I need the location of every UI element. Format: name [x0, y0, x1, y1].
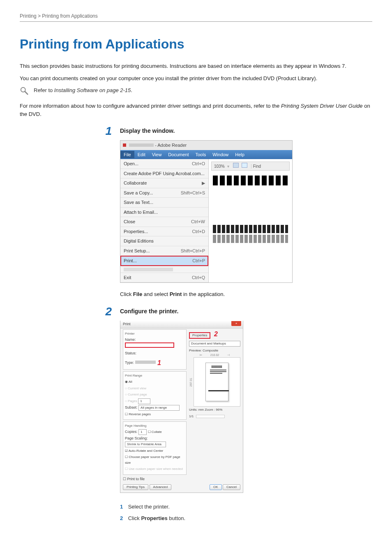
- menu-create-pdf[interactable]: Create Adobe PDF Using Acrobat.com...: [120, 169, 208, 179]
- close-icon[interactable]: ×: [231, 321, 241, 326]
- substep-2-num: 2: [120, 514, 127, 523]
- substep-1: 1 Select the printer.: [120, 503, 372, 511]
- step-2-substeps: 1 Select the printer. 2 Click Properties…: [120, 503, 372, 522]
- page-slider[interactable]: [196, 415, 225, 418]
- intro-paragraph-2: You can print documents created on your …: [20, 74, 372, 83]
- collate-checkbox[interactable]: ☐ Collate: [148, 430, 162, 434]
- range-current-view[interactable]: ○ Current view: [125, 386, 146, 390]
- acrobat-toolbar[interactable]: 103% ▾ Find: [211, 162, 290, 171]
- menu-print-setup[interactable]: Print Setup...Shift+Ctrl+P: [120, 246, 208, 256]
- menu-greyed-row: [120, 266, 208, 273]
- reverse-pages-checkbox[interactable]: ☐ Reverse pages: [125, 412, 151, 416]
- preview-page: [205, 363, 229, 401]
- zoom-value[interactable]: 103%: [214, 164, 225, 169]
- pages-input[interactable]: 1: [138, 398, 150, 404]
- range-group-label: Print Range: [125, 373, 184, 378]
- menu-save-copy[interactable]: Save a Copy...Shift+Ctrl+S: [120, 188, 208, 198]
- dialog-title: Print: [120, 321, 243, 328]
- menu-collaborate[interactable]: Collaborate▶: [120, 178, 208, 188]
- substep-2: 2 Click Properties button.: [120, 514, 372, 523]
- handling-group-label: Page Handling: [125, 423, 184, 428]
- callout-1: 1: [157, 359, 161, 366]
- page-handling-group: Page Handling Copies: 1 ☐ Collate Page S…: [123, 421, 187, 475]
- printer-name-select[interactable]: [125, 342, 174, 348]
- reference-block: Refer to Installing Software on page 2-1…: [20, 86, 372, 95]
- p3-b: Printing System Driver User Guide: [281, 103, 363, 109]
- preview-box: [194, 357, 241, 407]
- type-label: Type:: [125, 361, 134, 365]
- preview-height: 297.01: [189, 378, 194, 386]
- find-label[interactable]: Find: [253, 164, 261, 169]
- print-range-group: Print Range ◉ All ○ Current view ○ Curre…: [123, 371, 187, 420]
- choose-source-checkbox[interactable]: ☐ Choose paper source by PDF page size: [125, 455, 180, 465]
- callout-2: 2: [214, 331, 218, 338]
- menu-attach-email[interactable]: Attach to Email...: [120, 208, 208, 217]
- preview-label: Preview: Composite: [189, 348, 240, 353]
- magnifier-icon: [20, 86, 29, 95]
- window-title: - Adobe Reader: [120, 141, 292, 150]
- redacted-content-bar: [213, 176, 288, 185]
- menu-close[interactable]: CloseCtrl+W: [120, 217, 208, 227]
- menubar-help[interactable]: Help: [232, 151, 248, 159]
- printer-group-label: Printer: [125, 331, 184, 336]
- ref-suffix: .: [131, 87, 132, 93]
- redacted-row-2: [213, 235, 288, 243]
- step-1: 1 Display the window. - Adobe Reader Fil…: [102, 125, 372, 298]
- screenshot-print-dialog: Print × Printer Name: Status: Type:: [120, 321, 243, 493]
- auto-rotate-checkbox[interactable]: ☑ Auto-Rotate and Center: [125, 449, 163, 453]
- divider: [20, 21, 372, 22]
- reference-text: Refer to Installing Software on page 2-1…: [34, 86, 132, 95]
- subset-select[interactable]: All pages in range: [138, 405, 180, 411]
- menu-save-text[interactable]: Save as Text...: [120, 198, 208, 208]
- copies-label: Copies:: [125, 430, 138, 434]
- title-suffix: - Adobe Reader: [155, 143, 187, 148]
- menu-open[interactable]: Open...Ctrl+O: [120, 159, 208, 169]
- comments-select[interactable]: Document and Markups: [189, 341, 240, 347]
- printer-group: Printer Name: Status: Type: 1: [123, 329, 187, 370]
- range-current-page[interactable]: ○ Current page: [125, 393, 147, 396]
- substep-1-num: 1: [120, 503, 127, 511]
- menu-digital-editions[interactable]: Digital Editions: [120, 236, 208, 246]
- range-all[interactable]: ◉ All: [125, 380, 132, 384]
- printing-tips-button[interactable]: Printing Tips: [123, 484, 148, 490]
- menubar-file[interactable]: File: [120, 151, 134, 159]
- menu-print[interactable]: Print...Ctrl+P: [120, 256, 208, 266]
- step-1-number: 1: [102, 125, 112, 137]
- menubar[interactable]: File Edit View Document Tools Window Hel…: [120, 150, 292, 160]
- custom-paper-checkbox: ☐ Use custom paper size when needed: [125, 467, 183, 471]
- ref-prefix: Refer to: [34, 87, 54, 93]
- page-title: Printing from Applications: [20, 34, 372, 54]
- menu-properties[interactable]: Properties...Ctrl+D: [120, 227, 208, 237]
- screenshot-file-menu: - Adobe Reader File Edit View Document T…: [120, 140, 293, 283]
- ref-link: Installing Software on page 2-15: [54, 87, 131, 93]
- substep-1-text: Select the printer.: [128, 504, 170, 510]
- print-to-file-checkbox[interactable]: ☐ Print to file: [123, 477, 145, 481]
- properties-button[interactable]: Properties: [189, 332, 210, 339]
- toolbar-icon-a[interactable]: [233, 163, 239, 168]
- cancel-button[interactable]: Cancel: [223, 484, 240, 490]
- ok-button[interactable]: OK: [210, 484, 222, 490]
- menubar-view[interactable]: View: [149, 151, 165, 159]
- breadcrumb: Printing > Printing from Applications: [20, 12, 372, 20]
- copies-input[interactable]: 1: [138, 429, 147, 435]
- toolbar-icon-b[interactable]: [242, 163, 247, 168]
- scaling-select[interactable]: Shrink to Printable Area: [125, 442, 166, 447]
- menubar-document[interactable]: Document: [165, 151, 192, 159]
- step-1-caption: Click File and select Print in the appli…: [120, 290, 372, 298]
- menubar-tools[interactable]: Tools: [192, 151, 210, 159]
- preview-page-indicator: 1/1: [189, 414, 240, 419]
- step-2-heading: Configure the printer.: [120, 307, 372, 316]
- menubar-edit[interactable]: Edit: [134, 151, 149, 159]
- step-2: 2 Configure the printer. Print × Printer…: [102, 306, 372, 526]
- step-2-number: 2: [102, 306, 112, 317]
- file-dropdown-menu: Open...Ctrl+O Create Adobe PDF Using Acr…: [120, 159, 209, 282]
- name-label: Name:: [125, 338, 136, 342]
- range-pages[interactable]: ○ Pages: [125, 399, 137, 403]
- p3-a: For more information about how to config…: [20, 103, 281, 109]
- step-1-heading: Display the window.: [120, 127, 372, 135]
- advanced-button[interactable]: Advanced: [150, 484, 172, 490]
- intro-paragraph-3: For more information about how to config…: [20, 102, 372, 118]
- menubar-window[interactable]: Window: [209, 151, 232, 159]
- menu-exit[interactable]: ExitCtrl+Q: [120, 273, 208, 283]
- subset-label: Subset:: [125, 405, 138, 409]
